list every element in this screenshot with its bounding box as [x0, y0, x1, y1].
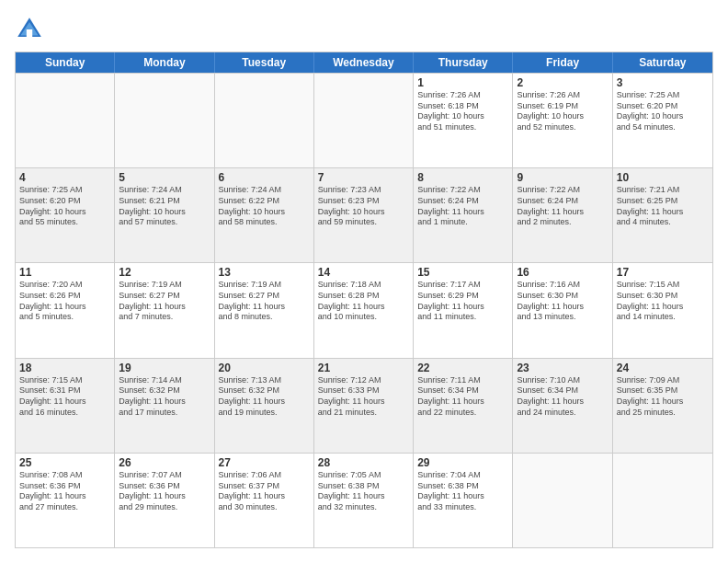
cal-cell-4-4: 29Sunrise: 7:04 AMSunset: 6:38 PMDayligh…: [414, 454, 513, 547]
cal-cell-1-4: 8Sunrise: 7:22 AMSunset: 6:24 PMDaylight…: [414, 168, 513, 262]
cal-cell-1-2: 6Sunrise: 7:24 AMSunset: 6:22 PMDaylight…: [215, 168, 314, 262]
cell-info: Sunrise: 7:19 AMSunset: 6:27 PMDaylight:…: [219, 280, 310, 323]
day-number: 26: [119, 456, 210, 469]
day-number: 21: [318, 362, 409, 374]
cell-info: Sunrise: 7:05 AMSunset: 6:38 PMDaylight:…: [318, 470, 409, 513]
cal-cell-4-5: [513, 454, 612, 547]
cell-info: Sunrise: 7:12 AMSunset: 6:33 PMDaylight:…: [318, 375, 409, 419]
calendar: SundayMondayTuesdayWednesdayThursdayFrid…: [15, 52, 713, 548]
cal-cell-2-6: 17Sunrise: 7:15 AMSunset: 6:30 PMDayligh…: [613, 263, 712, 357]
cal-cell-0-4: 1Sunrise: 7:26 AMSunset: 6:18 PMDaylight…: [414, 74, 513, 167]
cell-info: Sunrise: 7:24 AMSunset: 6:21 PMDaylight:…: [119, 185, 210, 228]
day-number: 20: [219, 362, 310, 374]
cal-cell-4-0: 25Sunrise: 7:08 AMSunset: 6:36 PMDayligh…: [16, 454, 115, 547]
cal-cell-2-0: 11Sunrise: 7:20 AMSunset: 6:26 PMDayligh…: [16, 263, 115, 357]
day-number: 24: [617, 362, 709, 374]
logo-icon: [15, 15, 44, 44]
cal-cell-4-6: [613, 454, 712, 547]
cell-info: Sunrise: 7:18 AMSunset: 6:28 PMDaylight:…: [318, 280, 409, 323]
cell-info: Sunrise: 7:22 AMSunset: 6:24 PMDaylight:…: [417, 185, 508, 228]
cell-info: Sunrise: 7:25 AMSunset: 6:20 PMDaylight:…: [19, 185, 110, 228]
cal-cell-4-3: 28Sunrise: 7:05 AMSunset: 6:38 PMDayligh…: [314, 454, 414, 547]
cell-info: Sunrise: 7:23 AMSunset: 6:23 PMDaylight:…: [318, 185, 409, 228]
cal-cell-0-6: 3Sunrise: 7:25 AMSunset: 6:20 PMDaylight…: [613, 74, 712, 167]
day-number: 6: [219, 171, 310, 184]
weekday-header-sunday: Sunday: [16, 52, 115, 73]
weekday-header-saturday: Saturday: [613, 52, 712, 73]
cal-cell-3-2: 20Sunrise: 7:13 AMSunset: 6:32 PMDayligh…: [215, 359, 314, 453]
cal-cell-1-6: 10Sunrise: 7:21 AMSunset: 6:25 PMDayligh…: [613, 168, 712, 262]
day-number: 19: [119, 362, 210, 374]
day-number: 18: [19, 362, 110, 374]
header: [15, 15, 713, 44]
day-number: 7: [318, 171, 409, 184]
cell-info: Sunrise: 7:13 AMSunset: 6:32 PMDaylight:…: [219, 375, 310, 419]
day-number: 1: [417, 76, 508, 89]
weekday-header-friday: Friday: [513, 52, 612, 73]
day-number: 25: [19, 456, 110, 469]
cal-cell-2-1: 12Sunrise: 7:19 AMSunset: 6:27 PMDayligh…: [115, 263, 214, 357]
cal-cell-3-0: 18Sunrise: 7:15 AMSunset: 6:31 PMDayligh…: [16, 359, 115, 453]
cell-info: Sunrise: 7:15 AMSunset: 6:31 PMDaylight:…: [19, 375, 110, 419]
cal-cell-3-4: 22Sunrise: 7:11 AMSunset: 6:34 PMDayligh…: [414, 359, 513, 453]
day-number: 11: [19, 266, 110, 279]
day-number: 5: [119, 171, 210, 184]
cal-cell-3-5: 23Sunrise: 7:10 AMSunset: 6:34 PMDayligh…: [513, 359, 612, 453]
day-number: 12: [119, 266, 210, 279]
cell-info: Sunrise: 7:26 AMSunset: 6:18 PMDaylight:…: [417, 90, 508, 133]
calendar-row-0: 1Sunrise: 7:26 AMSunset: 6:18 PMDaylight…: [16, 73, 712, 167]
cal-cell-0-1: [115, 74, 214, 167]
cal-cell-1-0: 4Sunrise: 7:25 AMSunset: 6:20 PMDaylight…: [16, 168, 115, 262]
day-number: 22: [417, 362, 508, 374]
cell-info: Sunrise: 7:14 AMSunset: 6:32 PMDaylight:…: [119, 375, 210, 419]
calendar-row-1: 4Sunrise: 7:25 AMSunset: 6:20 PMDaylight…: [16, 167, 712, 262]
calendar-row-4: 25Sunrise: 7:08 AMSunset: 6:36 PMDayligh…: [16, 453, 712, 547]
cell-info: Sunrise: 7:09 AMSunset: 6:35 PMDaylight:…: [617, 375, 709, 419]
calendar-body: 1Sunrise: 7:26 AMSunset: 6:18 PMDaylight…: [16, 73, 712, 547]
day-number: 27: [219, 456, 310, 469]
cell-info: Sunrise: 7:16 AMSunset: 6:30 PMDaylight:…: [517, 280, 608, 323]
calendar-row-3: 18Sunrise: 7:15 AMSunset: 6:31 PMDayligh…: [16, 358, 712, 453]
cell-info: Sunrise: 7:15 AMSunset: 6:30 PMDaylight:…: [617, 280, 709, 323]
logo: [15, 15, 48, 44]
cell-info: Sunrise: 7:04 AMSunset: 6:38 PMDaylight:…: [417, 470, 508, 513]
cal-cell-1-5: 9Sunrise: 7:22 AMSunset: 6:24 PMDaylight…: [513, 168, 612, 262]
day-number: 17: [617, 266, 709, 279]
day-number: 13: [219, 266, 310, 279]
cal-cell-0-5: 2Sunrise: 7:26 AMSunset: 6:19 PMDaylight…: [513, 74, 612, 167]
cell-info: Sunrise: 7:22 AMSunset: 6:24 PMDaylight:…: [517, 185, 608, 228]
cal-cell-1-3: 7Sunrise: 7:23 AMSunset: 6:23 PMDaylight…: [314, 168, 414, 262]
cell-info: Sunrise: 7:21 AMSunset: 6:25 PMDaylight:…: [617, 185, 709, 228]
cell-info: Sunrise: 7:11 AMSunset: 6:34 PMDaylight:…: [417, 375, 508, 419]
cell-info: Sunrise: 7:24 AMSunset: 6:22 PMDaylight:…: [219, 185, 310, 228]
cal-cell-0-2: [215, 74, 314, 167]
weekday-header-wednesday: Wednesday: [314, 52, 414, 73]
cell-info: Sunrise: 7:07 AMSunset: 6:36 PMDaylight:…: [119, 470, 210, 513]
cal-cell-0-0: [16, 74, 115, 167]
weekday-header-monday: Monday: [115, 52, 214, 73]
day-number: 14: [318, 266, 409, 279]
day-number: 2: [517, 76, 608, 89]
cal-cell-0-3: [314, 74, 414, 167]
day-number: 9: [517, 171, 608, 184]
cell-info: Sunrise: 7:08 AMSunset: 6:36 PMDaylight:…: [19, 470, 110, 513]
cal-cell-2-3: 14Sunrise: 7:18 AMSunset: 6:28 PMDayligh…: [314, 263, 414, 357]
day-number: 4: [19, 171, 110, 184]
day-number: 29: [417, 456, 508, 469]
cell-info: Sunrise: 7:10 AMSunset: 6:34 PMDaylight:…: [517, 375, 608, 419]
cal-cell-1-1: 5Sunrise: 7:24 AMSunset: 6:21 PMDaylight…: [115, 168, 214, 262]
calendar-header: SundayMondayTuesdayWednesdayThursdayFrid…: [16, 52, 712, 73]
cal-cell-2-2: 13Sunrise: 7:19 AMSunset: 6:27 PMDayligh…: [215, 263, 314, 357]
cal-cell-3-6: 24Sunrise: 7:09 AMSunset: 6:35 PMDayligh…: [613, 359, 712, 453]
cal-cell-2-5: 16Sunrise: 7:16 AMSunset: 6:30 PMDayligh…: [513, 263, 612, 357]
cal-cell-2-4: 15Sunrise: 7:17 AMSunset: 6:29 PMDayligh…: [414, 263, 513, 357]
day-number: 16: [517, 266, 608, 279]
cell-info: Sunrise: 7:19 AMSunset: 6:27 PMDaylight:…: [119, 280, 210, 323]
day-number: 10: [617, 171, 709, 184]
cell-info: Sunrise: 7:20 AMSunset: 6:26 PMDaylight:…: [19, 280, 110, 323]
svg-rect-2: [27, 29, 32, 37]
cell-info: Sunrise: 7:06 AMSunset: 6:37 PMDaylight:…: [219, 470, 310, 513]
day-number: 28: [318, 456, 409, 469]
cell-info: Sunrise: 7:26 AMSunset: 6:19 PMDaylight:…: [517, 90, 608, 133]
cal-cell-3-1: 19Sunrise: 7:14 AMSunset: 6:32 PMDayligh…: [115, 359, 214, 453]
